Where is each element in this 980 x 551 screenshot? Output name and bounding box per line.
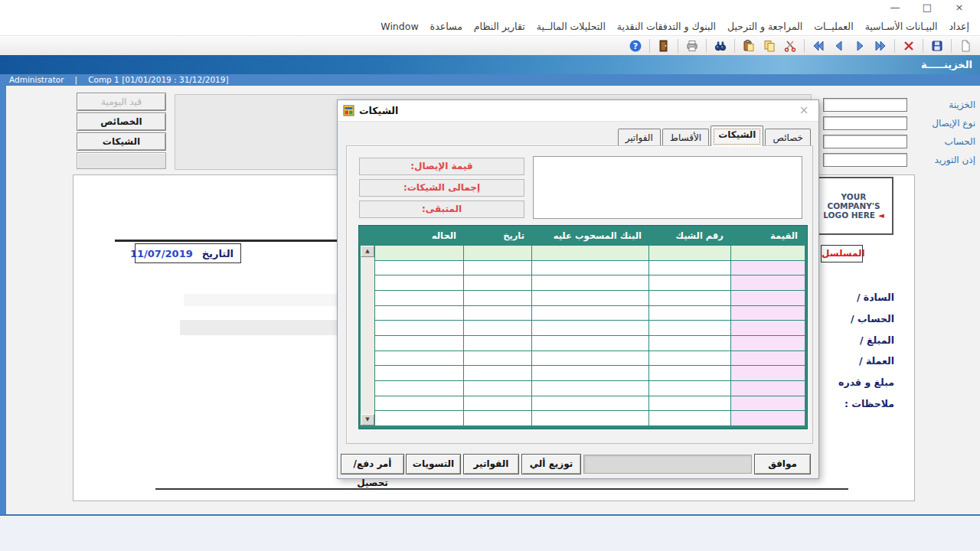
table-cell[interactable] — [464, 396, 531, 411]
table-cell[interactable] — [375, 321, 463, 335]
scroll-up-icon[interactable]: ▲ — [361, 246, 374, 257]
delete-icon[interactable] — [902, 39, 916, 53]
treasury-field[interactable] — [823, 98, 907, 112]
tab-invoices[interactable]: الفواتير — [618, 129, 661, 146]
table-cell[interactable] — [649, 321, 730, 335]
table-cell[interactable] — [464, 321, 531, 335]
payment-order-button[interactable]: أمر دفع/تحصيل — [341, 454, 404, 474]
table-cell[interactable] — [375, 336, 463, 350]
table-cell[interactable] — [532, 291, 648, 305]
table-cell[interactable] — [375, 291, 463, 305]
table-cell[interactable] — [464, 351, 531, 366]
table-cell[interactable] — [464, 366, 531, 380]
table-cell[interactable] — [375, 261, 463, 276]
table-cell[interactable] — [464, 246, 531, 260]
auto-distribute-button[interactable]: توزيع ألي — [521, 454, 581, 474]
table-cell[interactable] — [731, 396, 805, 411]
tab-properties[interactable]: خصائص — [765, 129, 811, 146]
table-cell[interactable] — [649, 396, 730, 411]
table-cell[interactable] — [464, 291, 531, 305]
table-cell[interactable] — [649, 261, 730, 276]
table-cell[interactable] — [649, 306, 730, 321]
table-cell[interactable] — [731, 276, 805, 290]
dialog-titlebar[interactable]: الشيكات × — [338, 100, 818, 122]
table-cell[interactable] — [532, 366, 648, 380]
menu-item-system-reports[interactable]: تقارير النظام — [474, 21, 525, 32]
table-cell[interactable] — [649, 381, 730, 396]
table-cell[interactable] — [649, 276, 730, 290]
table-cell[interactable] — [532, 306, 648, 321]
table-cell[interactable] — [532, 261, 648, 276]
table-cell[interactable] — [532, 276, 648, 290]
save-icon[interactable] — [930, 39, 944, 53]
invoices-button[interactable]: الفواتير — [463, 454, 519, 474]
journal-entry-button[interactable]: قيد اليومية — [77, 93, 166, 111]
scroll-down-icon[interactable]: ▼ — [361, 414, 374, 425]
table-cell[interactable] — [649, 336, 730, 350]
table-cell[interactable] — [649, 366, 730, 380]
table-cell[interactable] — [532, 351, 648, 366]
table-cell[interactable] — [731, 321, 805, 335]
nav-next-icon[interactable] — [853, 39, 867, 53]
table-cell[interactable] — [649, 351, 730, 366]
table-cell[interactable] — [532, 396, 648, 411]
menu-item-master-data[interactable]: البيـانات الأسـاسية — [865, 21, 938, 32]
help-icon[interactable]: ? — [629, 39, 642, 53]
column-header-value[interactable]: القيمة — [731, 227, 805, 245]
supply-permit-field[interactable] — [823, 153, 907, 167]
table-cell[interactable] — [731, 306, 805, 321]
table-cell[interactable] — [464, 306, 531, 321]
menu-item-setup[interactable]: إعداد — [949, 21, 969, 32]
table-cell[interactable] — [731, 381, 805, 396]
maximize-button[interactable]: □ — [911, 0, 943, 17]
column-header-drawn-bank[interactable]: البنك المسحوب عليه — [532, 227, 648, 245]
table-cell[interactable] — [731, 351, 805, 366]
table-cell[interactable] — [375, 306, 463, 321]
table-cell[interactable] — [532, 381, 648, 396]
menu-item-review-posting[interactable]: المراجعة و الترحيل — [727, 21, 802, 32]
column-header-due-date[interactable]: تاريخ الإستحقاق — [464, 227, 531, 245]
menu-item-banks-cashflow[interactable]: البنوك و التدفقات النقدية — [617, 21, 716, 32]
nav-first-icon[interactable] — [812, 39, 825, 53]
menu-item-help[interactable]: مساعدة — [430, 21, 462, 32]
account-field[interactable] — [823, 135, 907, 148]
table-cell[interactable] — [532, 336, 648, 350]
properties-button[interactable]: الخصائص — [77, 112, 166, 131]
menu-item-window[interactable]: Window — [381, 21, 418, 32]
ok-button[interactable]: موافق — [754, 454, 811, 474]
table-cell[interactable] — [649, 411, 730, 425]
table-cell[interactable] — [464, 336, 531, 350]
table-cell[interactable] — [464, 261, 531, 276]
menu-item-operations[interactable]: العمليــات — [814, 21, 853, 32]
tab-installments[interactable]: الأقساط — [662, 129, 709, 146]
exit-icon[interactable] — [657, 39, 671, 53]
table-cell[interactable] — [375, 381, 463, 396]
table-cell[interactable] — [731, 261, 805, 276]
table-cell[interactable] — [375, 396, 463, 411]
cut-icon[interactable] — [783, 39, 797, 53]
nav-last-icon[interactable] — [874, 39, 887, 53]
table-cell[interactable] — [731, 336, 805, 350]
table-cell[interactable] — [375, 246, 463, 260]
find-icon[interactable] — [714, 39, 727, 53]
table-cell[interactable] — [375, 276, 463, 290]
table-cell[interactable] — [464, 381, 531, 396]
paste-icon[interactable] — [742, 39, 756, 53]
copy-icon[interactable] — [763, 39, 776, 53]
table-cell[interactable] — [375, 366, 463, 380]
table-cell[interactable] — [532, 321, 648, 335]
table-scrollbar[interactable]: ▲ ▼ — [361, 246, 374, 425]
menu-item-financial-analysis[interactable]: التحليلات المالــية — [537, 21, 606, 32]
close-button[interactable]: × — [943, 0, 975, 17]
nav-prev-icon[interactable] — [832, 39, 846, 53]
table-cell[interactable] — [731, 411, 805, 425]
settlements-button[interactable]: التسويات — [406, 454, 461, 474]
column-header-check-number[interactable]: رقم الشيك — [649, 227, 730, 245]
table-cell[interactable] — [731, 246, 805, 260]
table-cell[interactable] — [649, 291, 730, 305]
print-icon[interactable] — [685, 39, 699, 53]
table-cell[interactable] — [649, 246, 730, 260]
dialog-close-icon[interactable]: × — [795, 103, 812, 119]
column-header-status[interactable]: الحاله — [375, 227, 463, 245]
table-cell[interactable] — [532, 411, 648, 425]
